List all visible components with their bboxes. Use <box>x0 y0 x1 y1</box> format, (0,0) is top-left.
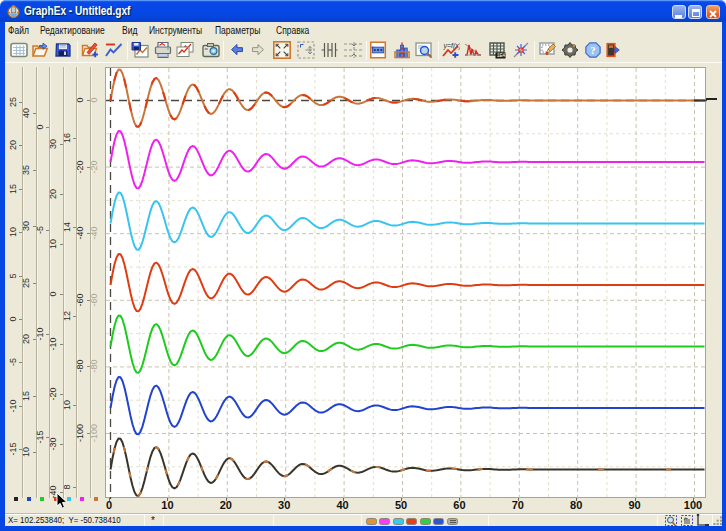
svg-text:1E4: 1E4 <box>497 53 506 58</box>
svg-text:?: ? <box>590 45 595 56</box>
